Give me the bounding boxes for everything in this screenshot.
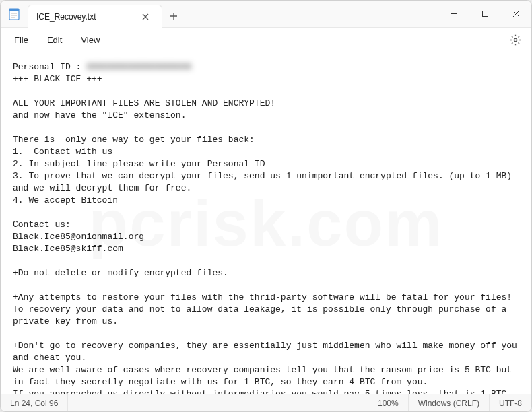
file-tab[interactable]: ICE_Recovey.txt	[28, 5, 162, 28]
minimize-button[interactable]	[438, 1, 469, 27]
text-line: Black.Ice85@onionmail.org	[13, 232, 144, 242]
text-line: +++ BLACK ICE +++	[13, 74, 102, 84]
status-encoding[interactable]: UTF-8	[490, 394, 531, 411]
text-line: and now have the "ICE" extension.	[13, 110, 186, 121]
text-line: Contact us:	[13, 219, 71, 230]
new-tab-button[interactable]	[162, 5, 185, 27]
text-line: Personal ID :	[13, 62, 86, 72]
text-line: +Any attempts to restore your files with…	[13, 292, 517, 327]
close-button[interactable]	[500, 1, 531, 27]
personal-id-blurred: XXXXXXXXXXXXXXXXXXXX	[86, 61, 191, 73]
menu-file[interactable]: File	[6, 31, 36, 49]
menu-edit[interactable]: Edit	[39, 31, 70, 49]
status-position[interactable]: Ln 24, Col 96	[1, 394, 68, 411]
text-line: Black.Ice85@skiff.com	[13, 244, 123, 254]
menubar: File Edit View	[1, 28, 531, 53]
text-line: +Don't go to recovery companies, they ar…	[13, 341, 523, 363]
text-line: +Do not delete or modify encrypted files…	[13, 268, 228, 278]
statusbar: Ln 24, Col 96 100% Windows (CRLF) UTF-8	[1, 394, 531, 411]
text-line: We are well aware of cases where recover…	[13, 365, 517, 387]
text-line: 3. To prove that we can decrypt your fil…	[13, 171, 517, 193]
svg-rect-1	[9, 9, 19, 11]
text-line: ALL YOUR IMPORTANT FILES ARE STOLEN AND …	[13, 98, 275, 108]
tab-title: ICE_Recovey.txt	[36, 12, 133, 22]
status-line-ending[interactable]: Windows (CRLF)	[409, 394, 490, 411]
text-content[interactable]: pcrisk.comPersonal ID : XXXXXXXXXXXXXXXX…	[1, 53, 531, 394]
text-line: If you approached us directly without in…	[13, 389, 512, 394]
settings-button[interactable]	[504, 30, 526, 51]
text-line: 1. Contact with us	[13, 147, 112, 157]
svg-rect-10	[482, 11, 488, 17]
text-line: 4. We accept Bitcoin	[13, 195, 118, 205]
svg-point-13	[514, 38, 517, 41]
text-line: There is only one way to get your files …	[13, 135, 255, 145]
text-line: 2. In subject line please write your Per…	[13, 159, 265, 169]
menu-view[interactable]: View	[73, 31, 108, 49]
maximize-button[interactable]	[469, 1, 500, 27]
app-icon	[1, 1, 28, 27]
tab-close-button[interactable]	[137, 9, 154, 25]
titlebar: ICE_Recovey.txt	[1, 1, 531, 28]
window-controls	[438, 1, 531, 27]
status-zoom[interactable]: 100%	[368, 394, 409, 411]
watermark: pcrisk.com	[89, 217, 444, 230]
notepad-window: ICE_Recovey.txt File Edit View	[0, 0, 532, 412]
